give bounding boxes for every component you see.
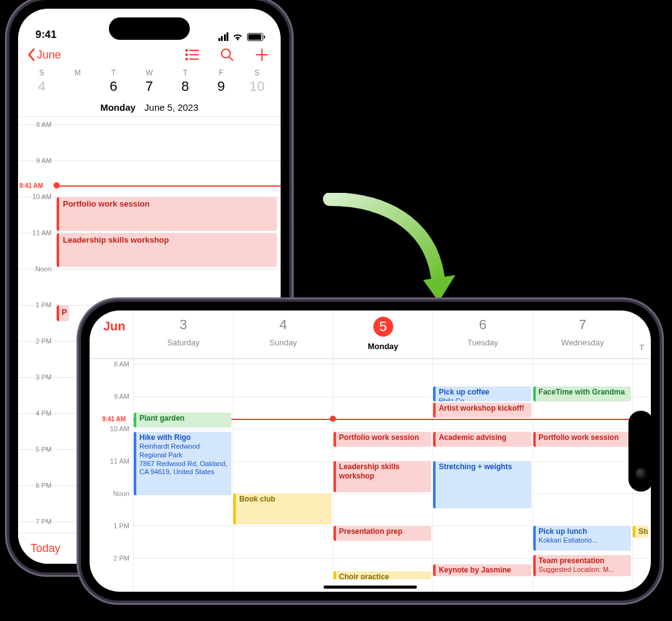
calendar-event[interactable]: Pick up coffeePhilz Co...: [433, 386, 531, 401]
day-col-header[interactable]: 3 Saturday: [133, 310, 233, 358]
cellular-icon: [218, 32, 229, 41]
svg-line-7: [229, 57, 233, 60]
day-num-selected[interactable]: 5: [65, 77, 90, 96]
back-label: June: [37, 49, 61, 62]
calendar-event[interactable]: Stretching + weights: [433, 461, 531, 508]
nav-bar: June: [18, 42, 281, 65]
svg-point-4: [186, 58, 187, 60]
week-header-landscape: Jun 3 Saturday 4 Sunday 5 Monday 6 Tuesd…: [90, 310, 651, 359]
calendar-event[interactable]: Leadership skills workshop: [57, 233, 277, 267]
dow: S: [245, 68, 269, 77]
dynamic-island: [109, 17, 190, 40]
hour-label: 8 AM: [21, 121, 52, 128]
calendar-event[interactable]: Pick up lunchKokkari Estiatorio...: [533, 526, 631, 551]
landscape-screen: Jun 3 Saturday 4 Sunday 5 Monday 6 Tuesd…: [90, 310, 651, 592]
dow: T: [173, 68, 198, 77]
week-header: S M T W T F S 4 5 6 7 8 9 10: [18, 65, 281, 96]
hour-label: 10 AM: [21, 193, 52, 200]
day-num[interactable]: 8: [173, 77, 198, 96]
hour-label: 10 AM: [90, 425, 129, 432]
svg-point-0: [186, 50, 187, 51]
svg-point-2: [186, 54, 187, 55]
hour-label: 8 AM: [90, 360, 129, 368]
back-button[interactable]: June: [27, 48, 61, 62]
phone-landscape-frame: Jun 3 Saturday 4 Sunday 5 Monday 6 Tuesd…: [81, 302, 660, 600]
calendar-event[interactable]: Choir practice: [334, 571, 431, 580]
date-weekday: Monday: [100, 102, 136, 113]
calendar-event[interactable]: Plant garden: [134, 413, 231, 427]
hour-label: Noon: [90, 490, 129, 497]
dow: S: [29, 68, 54, 77]
calendar-event[interactable]: Book club: [233, 493, 331, 525]
search-button[interactable]: [220, 47, 235, 62]
day-col-header[interactable]: T: [632, 310, 651, 358]
now-indicator: 9:41 AM: [102, 415, 126, 422]
day-col-header[interactable]: 4 Sunday: [233, 310, 332, 358]
now-indicator: 9:41 AM: [18, 182, 44, 189]
dow: W: [137, 68, 162, 77]
home-indicator[interactable]: [324, 586, 417, 589]
hour-label: 6 PM: [21, 482, 52, 489]
calendar-event[interactable]: P: [57, 306, 69, 321]
day-num[interactable]: 6: [101, 77, 126, 96]
calendar-event[interactable]: Leadership skills workshop: [334, 461, 431, 492]
dynamic-island: [628, 411, 651, 492]
hour-label: 9 AM: [21, 157, 52, 164]
hour-label: 2 PM: [21, 337, 52, 345]
hour-label: 1 PM: [21, 301, 52, 309]
hour-label: 4 PM: [21, 409, 52, 417]
hour-label: 1 PM: [90, 522, 129, 530]
week-timeline[interactable]: 8 AM9 AM10 AM11 AMNoon1 PM2 PM9:41 AMPla…: [90, 359, 651, 592]
wifi-icon: [232, 32, 243, 41]
hour-label: 11 AM: [90, 457, 129, 465]
calendar-event[interactable]: Artist workshop kickoff!: [433, 403, 531, 418]
month-label[interactable]: Jun: [90, 310, 133, 358]
day-col-header[interactable]: 6 Tuesday: [432, 310, 532, 358]
hour-label: 9 AM: [90, 393, 129, 400]
rotation-arrow: [317, 193, 460, 311]
day-num[interactable]: 9: [208, 77, 233, 96]
date-line: Monday June 5, 2023: [18, 96, 281, 117]
hour-label: Noon: [21, 265, 52, 273]
calendar-event[interactable]: Hike with RigoReinhardt Redwood Regional…: [134, 432, 231, 495]
calendar-event[interactable]: Portfolio work session: [57, 197, 277, 231]
dow: T: [101, 68, 126, 77]
hour-label: 3 PM: [21, 373, 52, 381]
calendar-event[interactable]: Portfolio work session: [334, 432, 431, 447]
dow: F: [208, 68, 233, 77]
chevron-left-icon: [27, 48, 35, 62]
battery-icon: [247, 33, 263, 41]
status-time: 9:41: [35, 29, 57, 41]
day-col-header-selected[interactable]: 5 Monday: [333, 310, 432, 358]
day-col-header[interactable]: 7 Wednesday: [533, 310, 632, 358]
hour-label: 2 PM: [90, 554, 129, 562]
day-num[interactable]: 10: [245, 77, 269, 96]
add-event-button[interactable]: [254, 47, 269, 62]
hour-label: 5 PM: [21, 446, 52, 453]
calendar-event[interactable]: Keynote by Jasmine: [433, 564, 531, 576]
day-num[interactable]: 7: [137, 77, 162, 96]
calendar-event[interactable]: Portfolio work session: [533, 432, 631, 447]
date-full: June 5, 2023: [144, 102, 198, 113]
calendar-event[interactable]: Presentation prep: [334, 526, 431, 541]
list-view-button[interactable]: [185, 47, 200, 62]
calendar-event[interactable]: FaceTime with Grandma: [533, 386, 631, 401]
hour-label: 7 PM: [21, 518, 52, 525]
hour-label: 11 AM: [21, 229, 52, 236]
day-num[interactable]: 4: [29, 77, 54, 96]
today-button[interactable]: Today: [30, 542, 60, 554]
dow: M: [65, 68, 90, 77]
calendar-event[interactable]: Academic advising: [433, 432, 531, 447]
calendar-event[interactable]: Student: [633, 526, 648, 538]
calendar-event[interactable]: Team presentationSuggested Location: M..…: [533, 555, 631, 576]
